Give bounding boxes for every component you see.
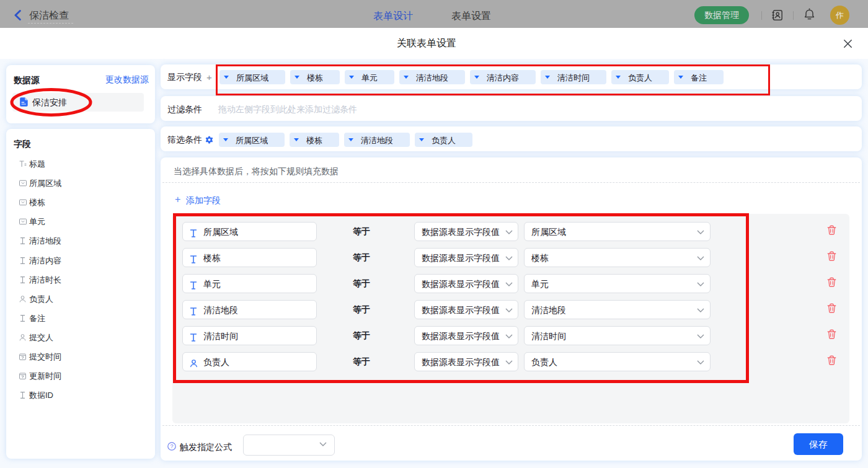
svg-text:?: ? [170, 443, 173, 449]
